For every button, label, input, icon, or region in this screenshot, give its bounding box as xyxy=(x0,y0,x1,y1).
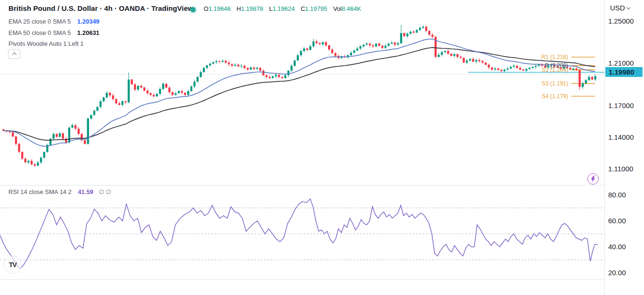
low-value: 1.19624 xyxy=(272,5,295,12)
rsi-label: RSI 14 close SMA 14 2 xyxy=(8,188,72,195)
price-tick: 1.14000 xyxy=(608,133,634,141)
tradingview-watermark: TV xyxy=(4,256,22,274)
pivots-label: Pivots Woodie Auto 1 Left 1 xyxy=(8,40,83,47)
pivot-label: S4 (1.179) xyxy=(542,93,568,100)
close-value: 1.19795 xyxy=(305,5,327,12)
tradingview-chart-window: S1 (1.204)R1 (1.216)P (1.208)S3 (1.191)S… xyxy=(0,0,644,295)
rsi-hidden-values: ∅ ∅ xyxy=(99,188,111,195)
chevron-down-icon xyxy=(626,6,630,9)
close-label: C xyxy=(301,5,305,12)
last-price-badge: 1.19980 xyxy=(605,67,643,77)
pane-divider[interactable] xyxy=(0,185,644,185)
pivot-label: R1 (1.216) xyxy=(541,54,568,60)
open-label: O xyxy=(204,5,208,12)
currency-selector[interactable]: USD xyxy=(610,4,630,12)
ema50-label: EMA 50 close 0 SMA 5 xyxy=(8,29,71,36)
open-value: 1.19646 xyxy=(208,5,231,12)
rsi-value: 41.59 xyxy=(78,188,93,195)
legend-row-ema25[interactable]: EMA 25 close 0 SMA 5 1.20349 xyxy=(8,18,99,25)
legend-row-ema50[interactable]: EMA 50 close 0 SMA 5 1.20631 xyxy=(8,29,99,36)
low-label: L xyxy=(269,5,272,12)
volume-value: 8.464K xyxy=(342,5,361,12)
legend-row-pivots[interactable]: Pivots Woodie Auto 1 Left 1 xyxy=(8,40,83,47)
ema50-value: 1.20631 xyxy=(77,29,99,36)
ema25-value: 1.20349 xyxy=(77,18,99,25)
price-tick: 1.25000 xyxy=(608,17,634,25)
rsi-tick: 40.00 xyxy=(608,243,626,251)
pivot-label: P (1.208) xyxy=(545,62,568,69)
volume-label: Vol xyxy=(333,5,342,12)
candles-group xyxy=(2,25,596,167)
rsi-legend-row[interactable]: RSI 14 close SMA 14 2 41.59 ∅ ∅ xyxy=(8,188,111,195)
rsi-tick: 60.00 xyxy=(608,217,626,225)
currency-label: USD xyxy=(610,4,625,12)
price-tick: 1.21000 xyxy=(608,59,634,67)
high-label: H xyxy=(237,5,241,12)
legend-collapse-button[interactable] xyxy=(8,49,20,59)
price-tick: 1.17000 xyxy=(608,101,634,110)
instant-trading-button[interactable] xyxy=(587,173,599,185)
time-axis[interactable]: 13:001421Dec121913:002023 xyxy=(0,279,604,295)
chevron-up-icon xyxy=(12,52,17,57)
lightning-icon xyxy=(590,176,596,182)
price-axis[interactable]: USD 1.250001.210001.170001.140001.11000 … xyxy=(605,0,644,295)
high-value: 1.19878 xyxy=(241,5,263,12)
symbol-title[interactable]: British Pound / U.S. Dollar · 4h · OANDA… xyxy=(8,4,193,12)
ema50-line xyxy=(3,48,595,141)
price-tick: 1.11000 xyxy=(608,165,633,173)
market-open-dot-icon[interactable] xyxy=(190,7,196,12)
ema25-line xyxy=(3,39,595,146)
ohlc-readout: O1.19646 H1.19878 L1.19624 C1.19795 Vol8… xyxy=(204,5,361,12)
rsi-tick: 80.00 xyxy=(608,191,626,199)
ema25-label: EMA 25 close 0 SMA 5 xyxy=(8,18,71,25)
price-pane-canvas[interactable]: S1 (1.204)R1 (1.216)P (1.208)S3 (1.191)S… xyxy=(0,0,604,185)
rsi-tick: 20.00 xyxy=(608,269,626,277)
pivot-label: S3 (1.191) xyxy=(542,80,568,87)
rsi-pane-canvas[interactable] xyxy=(0,185,604,279)
